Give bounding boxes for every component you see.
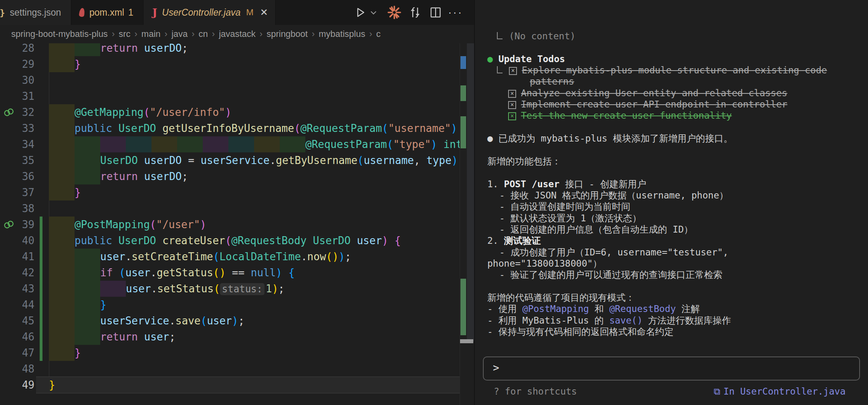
breadcrumb-item[interactable]: c [376,29,381,39]
line-number[interactable]: 48 [0,361,34,377]
code-editor[interactable]: 28return userDO;29}303132@GetMapping("/u… [0,0,460,405]
close-icon[interactable]: ✕ [260,7,268,18]
transcript-row: phone="13800138000"） [487,258,602,269]
gutter-diff-added[interactable] [40,345,42,361]
code-line[interactable]: } [75,56,81,72]
context-file-indicator[interactable]: ⧉In UserController.java [714,386,846,397]
shortcuts-hint: ? for shortcuts [494,386,577,397]
play-icon [354,6,366,18]
indent-rainbow-block [75,329,100,345]
indent-rainbow-block [126,136,151,152]
file-context-icon: ⧉ [714,386,720,397]
claude-input-box[interactable] [483,356,860,381]
code-line[interactable]: public UserDO getUserInfoByUsername(@Req… [75,120,460,136]
breadcrumb-item[interactable]: main [141,29,161,39]
indent-rainbow-block [280,136,305,152]
tab-pom-xml[interactable]: pom.xml 1 [71,0,143,25]
breadcrumb-item[interactable]: springboot [266,29,308,39]
line-number[interactable]: 38 [0,200,34,217]
code-line[interactable]: if (user.getStatus() == null) { [100,265,295,281]
gutter-diff-added[interactable] [40,217,42,233]
transcript-row: ● Update Todos [487,53,565,65]
scrollbar-slider[interactable] [467,43,474,342]
line-number[interactable]: 41 [0,249,34,265]
indent-rainbow-block [49,120,75,136]
line-number[interactable]: 29 [0,56,34,72]
gutter-diff-added[interactable] [40,313,42,329]
tab-settings-json[interactable]: {} settings.json [0,0,71,25]
code-line[interactable]: public UserDO createUser(@RequestBody Us… [75,233,401,249]
breadcrumb-item[interactable]: mybatisplus [319,29,365,39]
line-number[interactable]: 34 [0,136,34,152]
code-line[interactable]: } [75,184,81,200]
code-line[interactable]: @GetMapping("/user/info") [75,104,231,120]
modified-indicator: M [246,7,253,18]
code-line[interactable]: @PostMapping("/user") [75,217,206,233]
line-number[interactable]: 40 [0,233,34,249]
code-line[interactable]: UserDO userDO = userService.getByUsernam… [100,152,460,168]
transcript-row: - 返回创建的用户信息（包含自动生成的 ID） [499,224,693,235]
split-editor-button[interactable] [429,5,442,20]
overview-mark-added [460,116,466,148]
breadcrumb-item[interactable]: src [119,29,130,39]
code-line[interactable]: return userDO; [100,168,188,184]
line-number[interactable]: 31 [0,88,34,104]
indent-rainbow-block [75,297,100,313]
breadcrumb-item[interactable]: spring-boot-mybatis-plus [11,29,108,39]
gutter-diff-added[interactable] [40,249,42,265]
indent-rainbow-block [228,136,254,152]
line-number[interactable]: 42 [0,265,34,281]
line-number[interactable]: 49 [0,377,34,393]
breadcrumb-separator: › [369,29,372,39]
indent-rainbow-block [49,249,75,265]
editor-scrollbar[interactable] [460,25,474,405]
line-number[interactable]: 45 [0,313,34,329]
transcript-row: (No content) [497,30,575,42]
gutter-diff-added[interactable] [40,281,42,297]
editor-more-actions-button[interactable]: ··· [448,5,463,20]
line-number[interactable]: 32 [0,104,34,120]
indent-rainbow-block [49,281,75,297]
indent-rainbow-block [75,136,100,152]
line-number[interactable]: 35 [0,152,34,168]
code-line[interactable]: userService.save(user); [100,313,244,329]
indent-rainbow-block [100,281,126,297]
gutter-diff-added[interactable] [40,233,42,249]
line-number[interactable]: 39 [0,217,34,233]
code-line[interactable]: } [100,297,107,313]
transcript-row: - 验证了创建的用户可以通过现有的查询接口正常检索 [499,269,723,280]
indent-rainbow-block [49,136,75,152]
line-number[interactable]: 43 [0,281,34,297]
scrollbar-handle-edge[interactable] [460,339,473,343]
run-button[interactable] [354,5,366,20]
breadcrumb-item[interactable]: cn [199,29,208,39]
gutter-diff-added[interactable] [40,329,42,345]
tree-branch-glyph [497,66,503,73]
claude-button[interactable] [386,5,402,20]
indent-rainbow-block [49,313,75,329]
breadcrumb-separator: › [135,29,137,39]
code-line[interactable]: user.setCreateTime(LocalDateTime.now()); [100,249,351,265]
code-line[interactable]: user.setStatus(status:1); [126,281,285,297]
code-line[interactable]: } [75,345,81,361]
line-number[interactable]: 46 [0,329,34,345]
breadcrumb-separator: › [212,29,215,39]
breadcrumb-item[interactable]: javastack [219,29,256,39]
line-number[interactable]: 47 [0,345,34,361]
gutter-diff-added[interactable] [40,297,42,313]
code-line[interactable]: @RequestParam("type") int t [305,136,460,152]
run-dropdown-button[interactable] [369,5,377,20]
tab-usercontroller-java[interactable]: J UserController.java M ✕ [143,0,276,25]
overview-mark-modified [460,56,466,69]
line-number[interactable]: 30 [0,72,34,88]
code-line[interactable]: } [49,377,55,393]
line-number[interactable]: 37 [0,184,34,200]
breadcrumb-item[interactable]: java [172,29,188,39]
line-number[interactable]: 44 [0,297,34,313]
swap-editors-button[interactable] [408,5,422,20]
line-number[interactable]: 33 [0,120,34,136]
code-line[interactable]: return user; [100,329,176,345]
transcript-row: ● 已成功为 mybatis-plus 模块添加了新增用户的接口。 [487,133,733,144]
gutter-diff-added[interactable] [40,265,42,281]
line-number[interactable]: 36 [0,168,34,184]
